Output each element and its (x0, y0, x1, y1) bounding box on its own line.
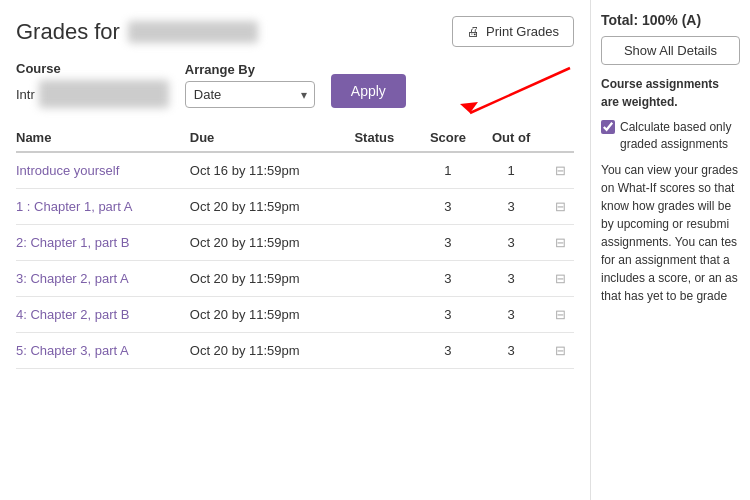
score-cell: 1 (421, 152, 483, 189)
due-date-cell: Oct 20 by 11:59pm (190, 297, 355, 333)
row-action-icon[interactable]: ⊟ (555, 235, 566, 250)
calculate-checkbox[interactable] (601, 120, 615, 134)
assignment-name-cell: 5: Chapter 3, part A (16, 333, 190, 369)
sidebar-description: You can view your grades on What-If scor… (601, 161, 740, 305)
table-row: 1 : Chapter 1, part AOct 20 by 11:59pm33… (16, 189, 574, 225)
col-outof: Out of (483, 124, 548, 152)
assignment-link[interactable]: 5: Chapter 3, part A (16, 343, 129, 358)
outof-cell: 3 (483, 297, 548, 333)
score-cell: 3 (421, 333, 483, 369)
grades-tbody: Introduce yourselfOct 16 by 11:59pm11⊟1 … (16, 152, 574, 369)
due-date-cell: Oct 20 by 11:59pm (190, 189, 355, 225)
outof-cell: 3 (483, 225, 548, 261)
row-action-icon[interactable]: ⊟ (555, 307, 566, 322)
col-score: Score (421, 124, 483, 152)
col-status: Status (354, 124, 421, 152)
show-all-label: Show All Details (624, 43, 717, 58)
icon-cell: ⊟ (547, 189, 574, 225)
assignment-name-cell: 2: Chapter 1, part B (16, 225, 190, 261)
table-header-row: Name Due Status Score Out of (16, 124, 574, 152)
sidebar: Total: 100% (A) Show All Details Course … (590, 0, 750, 500)
table-row: 3: Chapter 2, part AOct 20 by 11:59pm33⊟ (16, 261, 574, 297)
arrange-select-wrapper: Date Name Due Date Score Status (185, 81, 315, 108)
table-row: Introduce yourselfOct 16 by 11:59pm11⊟ (16, 152, 574, 189)
icon-cell: ⊟ (547, 152, 574, 189)
header-row: Grades for 🖨 Print Grades (16, 16, 574, 47)
outof-cell: 1 (483, 152, 548, 189)
due-date-cell: Oct 16 by 11:59pm (190, 152, 355, 189)
assignment-name-cell: 4: Chapter 2, part B (16, 297, 190, 333)
due-date-cell: Oct 20 by 11:59pm (190, 225, 355, 261)
checkbox-row: Calculate based only graded assignments (601, 119, 740, 153)
row-action-icon[interactable]: ⊟ (555, 271, 566, 286)
page-title: Grades for (16, 19, 258, 45)
assignment-name-cell: 1 : Chapter 1, part A (16, 189, 190, 225)
table-row: 2: Chapter 1, part BOct 20 by 11:59pm33⊟ (16, 225, 574, 261)
icon-cell: ⊟ (547, 333, 574, 369)
main-content: Grades for 🖨 Print Grades Course Intr Ar… (0, 0, 590, 369)
print-button-label: Print Grades (486, 24, 559, 39)
course-select-box: Intr (16, 80, 169, 108)
status-cell (354, 297, 421, 333)
apply-button[interactable]: Apply (331, 74, 406, 108)
status-cell (354, 225, 421, 261)
table-row: 5: Chapter 3, part AOct 20 by 11:59pm33⊟ (16, 333, 574, 369)
course-prefix-text: Intr (16, 87, 35, 102)
title-prefix: Grades for (16, 19, 120, 45)
score-cell: 3 (421, 189, 483, 225)
score-cell: 3 (421, 261, 483, 297)
assignment-link[interactable]: 1 : Chapter 1, part A (16, 199, 132, 214)
arrange-field-group: Arrange By Date Name Due Date Score Stat… (185, 62, 315, 108)
checkbox-label: Calculate based only graded assignments (620, 119, 740, 153)
icon-cell: ⊟ (547, 225, 574, 261)
status-cell (354, 189, 421, 225)
assignment-link[interactable]: 3: Chapter 2, part A (16, 271, 129, 286)
assignment-link[interactable]: 4: Chapter 2, part B (16, 307, 129, 322)
grades-table: Name Due Status Score Out of Introduce y… (16, 124, 574, 369)
course-field-group: Course Intr (16, 61, 169, 108)
assignment-name-cell: 3: Chapter 2, part A (16, 261, 190, 297)
status-cell (354, 152, 421, 189)
print-grades-button[interactable]: 🖨 Print Grades (452, 16, 574, 47)
icon-cell: ⊟ (547, 261, 574, 297)
total-score: Total: 100% (A) (601, 12, 740, 28)
table-row: 4: Chapter 2, part BOct 20 by 11:59pm33⊟ (16, 297, 574, 333)
apply-button-label: Apply (351, 83, 386, 99)
arrange-by-select[interactable]: Date Name Due Date Score Status (185, 81, 315, 108)
course-label: Course (16, 61, 169, 76)
score-cell: 3 (421, 225, 483, 261)
printer-icon: 🖨 (467, 24, 480, 39)
assignment-link[interactable]: 2: Chapter 1, part B (16, 235, 129, 250)
assignment-name-cell: Introduce yourself (16, 152, 190, 189)
col-icon (547, 124, 574, 152)
assignment-link[interactable]: Introduce yourself (16, 163, 119, 178)
icon-cell: ⊟ (547, 297, 574, 333)
score-cell: 3 (421, 297, 483, 333)
student-name-blurred (128, 21, 258, 43)
outof-cell: 3 (483, 189, 548, 225)
outof-cell: 3 (483, 333, 548, 369)
arrange-by-label: Arrange By (185, 62, 315, 77)
outof-cell: 3 (483, 261, 548, 297)
controls-row: Course Intr Arrange By Date Name Due Dat… (16, 61, 574, 108)
show-all-details-button[interactable]: Show All Details (601, 36, 740, 65)
course-weighted-info: Course assignments are weighted. (601, 75, 740, 111)
row-action-icon[interactable]: ⊟ (555, 163, 566, 178)
status-cell (354, 261, 421, 297)
row-action-icon[interactable]: ⊟ (555, 343, 566, 358)
row-action-icon[interactable]: ⊟ (555, 199, 566, 214)
due-date-cell: Oct 20 by 11:59pm (190, 333, 355, 369)
status-cell (354, 333, 421, 369)
col-due: Due (190, 124, 355, 152)
col-name: Name (16, 124, 190, 152)
course-name-blurred (39, 80, 169, 108)
due-date-cell: Oct 20 by 11:59pm (190, 261, 355, 297)
